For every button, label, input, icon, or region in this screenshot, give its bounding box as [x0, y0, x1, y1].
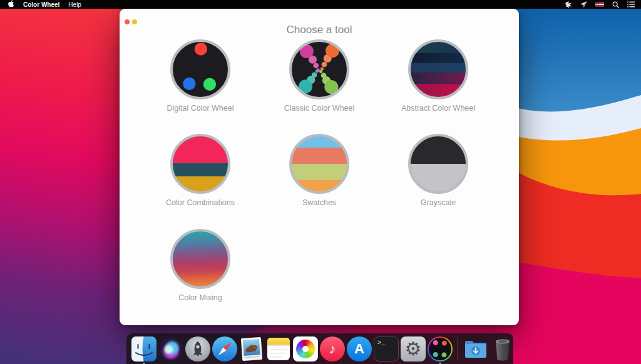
dock-photos-icon[interactable] — [293, 336, 318, 361]
dock-downloads-folder-icon[interactable] — [463, 336, 488, 361]
input-source-us-flag-icon[interactable] — [595, 2, 604, 7]
dock-finder-icon[interactable] — [131, 336, 156, 361]
grayscale-icon — [408, 134, 468, 194]
dock-launchpad-icon[interactable] — [185, 336, 210, 361]
dock-divider — [458, 337, 458, 361]
dock-safari-icon[interactable] — [212, 336, 237, 361]
tool-label: Digital Color Wheel — [147, 104, 254, 113]
tool-label: Classic Color Wheel — [266, 104, 372, 113]
tool-label: Color Combinations — [147, 198, 254, 207]
appstore-a-glyph: A — [354, 341, 364, 357]
window-title: Choose a tool — [120, 24, 519, 36]
tool-classic-color-wheel[interactable]: Classic Color Wheel — [266, 39, 372, 113]
terminal-prompt-glyph: >_ — [377, 340, 385, 346]
dock-terminal-icon[interactable]: >_ — [374, 336, 399, 361]
list-menu-icon[interactable] — [627, 1, 635, 8]
menu-help[interactable]: Help — [68, 1, 81, 8]
tool-label: Grayscale — [385, 198, 491, 207]
choose-tool-window: Choose a tool Digital Color Wheel Classi… — [120, 9, 519, 325]
tool-label: Abstract Color Wheel — [385, 104, 491, 113]
antivirus-icon[interactable] — [565, 1, 572, 8]
apple-menu-icon[interactable] — [8, 0, 14, 9]
gear-glyph: ⚙ — [405, 340, 422, 358]
dock: ♪ A >_ ⚙ — [126, 333, 513, 364]
swatches-icon — [289, 134, 349, 194]
dock-system-preferences-icon[interactable]: ⚙ — [401, 336, 426, 361]
flag-canton — [595, 2, 599, 4]
dock-trash-icon[interactable] — [490, 336, 515, 361]
digital-color-wheel-icon — [170, 39, 230, 99]
dock-mail-icon[interactable] — [239, 336, 264, 361]
menu-bar: Color Wheel Help — [0, 0, 641, 9]
tool-label: Color Mixing — [147, 293, 254, 302]
tool-color-combinations[interactable]: Color Combinations — [147, 134, 254, 207]
tool-swatches[interactable]: Swatches — [266, 134, 372, 207]
music-note-glyph: ♪ — [329, 342, 336, 355]
tool-label: Swatches — [266, 198, 372, 207]
tool-digital-color-wheel[interactable]: Digital Color Wheel — [147, 39, 254, 113]
spotlight-icon[interactable] — [612, 1, 619, 8]
tool-abstract-color-wheel[interactable]: Abstract Color Wheel — [385, 39, 491, 113]
abstract-color-wheel-icon — [408, 39, 468, 99]
dock-music-icon[interactable]: ♪ — [320, 336, 345, 361]
classic-color-wheel-icon — [289, 39, 349, 99]
dock-notes-icon[interactable] — [266, 336, 291, 361]
color-mixing-icon — [170, 229, 230, 289]
menu-app-name[interactable]: Color Wheel — [23, 1, 59, 8]
dock-siri-icon[interactable] — [158, 336, 183, 361]
dock-appstore-icon[interactable]: A — [347, 336, 372, 361]
tool-color-mixing[interactable]: Color Mixing — [147, 229, 254, 302]
tool-grayscale[interactable]: Grayscale — [385, 134, 491, 207]
color-combinations-icon — [170, 134, 230, 194]
desktop: Color Wheel Help — [0, 0, 641, 364]
paper-plane-icon[interactable] — [580, 1, 587, 8]
dock-color-wheel-icon[interactable] — [428, 336, 453, 361]
